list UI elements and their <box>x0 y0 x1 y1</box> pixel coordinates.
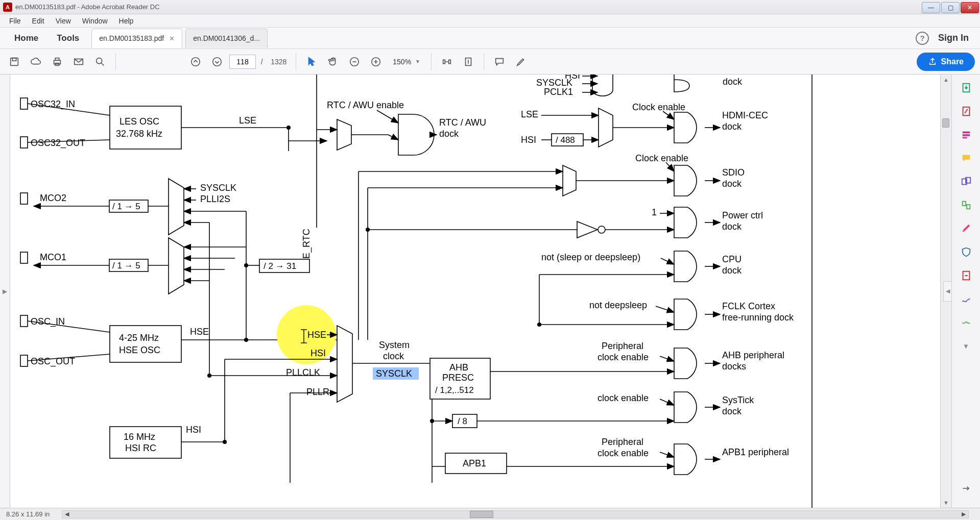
sign-in-button[interactable]: Sign In <box>938 33 969 43</box>
svg-rect-24 <box>20 137 28 148</box>
comment-tool-icon[interactable] <box>959 151 973 165</box>
zoom-in-icon[interactable] <box>367 53 385 71</box>
share-button[interactable]: Share <box>917 53 975 71</box>
collapse-right-panel-icon[interactable]: ◀ <box>943 281 951 302</box>
svg-text:OSC32_OUT: OSC32_OUT <box>31 138 85 148</box>
combine-files-icon[interactable] <box>959 175 973 189</box>
svg-point-108 <box>430 419 434 423</box>
svg-rect-195 <box>966 205 969 209</box>
fit-width-icon[interactable] <box>438 53 456 71</box>
svg-text:HSE: HSE <box>307 330 326 340</box>
scroll-down-icon[interactable]: ▼ <box>941 498 951 508</box>
organize-pages-icon[interactable] <box>959 198 973 212</box>
scroll-up-icon[interactable]: ▲ <box>941 75 951 85</box>
expand-left-panel-icon[interactable]: ▶ <box>3 288 7 295</box>
menu-window[interactable]: Window <box>77 15 113 27</box>
print-icon[interactable] <box>48 53 66 71</box>
close-button[interactable]: ✕ <box>961 2 979 13</box>
svg-text:HSI: HSI <box>310 348 326 358</box>
menu-view[interactable]: View <box>51 15 76 27</box>
scroll-thumb[interactable] <box>942 118 949 128</box>
svg-text:PLLI2S: PLLI2S <box>200 194 230 204</box>
svg-text:/ 1 → 5: / 1 → 5 <box>112 202 140 211</box>
page-number-box: / 1328 <box>229 55 290 69</box>
svg-rect-194 <box>962 202 965 206</box>
svg-text:HSI: HSI <box>186 425 201 435</box>
zoom-select[interactable]: 150% ▼ <box>388 55 425 69</box>
svg-text:PCLK1: PCLK1 <box>544 87 573 97</box>
svg-line-111 <box>660 452 674 457</box>
page-number-input[interactable] <box>229 55 256 69</box>
document-tab-active[interactable]: en.DM00135183.pdf ✕ <box>91 29 182 48</box>
create-pdf-icon[interactable] <box>959 104 973 118</box>
svg-text:LSE: LSE <box>239 115 256 126</box>
svg-line-85 <box>656 306 674 312</box>
svg-text:docks: docks <box>722 361 746 372</box>
save-icon[interactable] <box>5 53 23 71</box>
comment-icon[interactable] <box>490 53 509 71</box>
document-tab-inactive[interactable]: en.DM00141306_d... <box>185 29 268 48</box>
redact-icon[interactable] <box>959 221 973 236</box>
svg-point-6 <box>97 58 102 63</box>
tab-row: Home Tools en.DM00135183.pdf ✕ en.DM0014… <box>0 28 980 49</box>
scroll-left-icon[interactable]: ◀ <box>62 511 71 518</box>
menu-bar: File Edit View Window Help <box>0 14 980 28</box>
menu-file[interactable]: File <box>4 15 26 27</box>
pointer-tool-icon[interactable] <box>302 53 321 71</box>
svg-text:AHB peripheral: AHB peripheral <box>722 350 784 360</box>
svg-text:System: System <box>379 340 410 350</box>
zoom-value: 150% <box>393 58 411 66</box>
svg-line-99 <box>660 399 674 405</box>
compress-icon[interactable] <box>959 268 973 283</box>
svg-text:Peripheral: Peripheral <box>602 437 643 447</box>
scroll-right-icon[interactable]: ▶ <box>959 511 968 518</box>
protect-icon[interactable] <box>959 245 973 259</box>
svg-text:FCLK Cortex: FCLK Cortex <box>722 301 775 311</box>
hscroll-thumb[interactable] <box>470 511 493 518</box>
svg-rect-20 <box>110 106 181 149</box>
caret-down-icon: ▼ <box>415 59 420 64</box>
svg-text:free-running dock: free-running dock <box>722 312 794 323</box>
page-up-icon[interactable] <box>186 53 205 71</box>
svg-text:dock: dock <box>439 129 459 139</box>
help-icon[interactable]: ? <box>916 32 929 45</box>
svg-text:dock: dock <box>723 77 743 87</box>
more-tools-caret-icon[interactable]: ▼ <box>959 339 973 353</box>
horizontal-scrollbar[interactable]: ◀ ▶ <box>62 510 969 518</box>
highlight-icon[interactable] <box>512 53 530 71</box>
svg-line-93 <box>660 356 674 361</box>
svg-text:dock: dock <box>722 121 742 132</box>
svg-text:/ 1 → 5: / 1 → 5 <box>112 261 140 270</box>
cloud-icon[interactable] <box>27 53 45 71</box>
svg-text:dock: dock <box>722 406 742 416</box>
svg-point-159 <box>244 338 248 342</box>
svg-text:MCO2: MCO2 <box>40 193 66 203</box>
svg-text:OSC32_IN: OSC32_IN <box>31 99 75 110</box>
maximize-button[interactable]: ▢ <box>941 2 960 13</box>
tab-close-icon[interactable]: ✕ <box>169 35 175 42</box>
svg-text:/ 488: / 488 <box>556 135 575 145</box>
edit-pdf-icon[interactable] <box>959 128 973 142</box>
document-viewport[interactable]: HSI SYSCLK PCLK1 dock LES OSC 32.768 kHz… <box>10 75 951 508</box>
convert-tool-icon[interactable] <box>959 481 973 496</box>
page-down-icon[interactable] <box>208 53 226 71</box>
svg-text:SYSCLK: SYSCLK <box>536 78 572 88</box>
send-for-signature-icon[interactable] <box>959 315 973 330</box>
tab-home[interactable]: Home <box>5 29 47 47</box>
svg-text:APB1: APB1 <box>463 458 486 468</box>
menu-help[interactable]: Help <box>114 15 139 27</box>
hand-tool-icon[interactable] <box>324 53 342 71</box>
fit-page-icon[interactable] <box>459 53 477 71</box>
svg-text:Clock
enable: Clock enable <box>635 153 688 163</box>
tab-tools[interactable]: Tools <box>47 29 88 47</box>
search-icon[interactable] <box>91 53 109 71</box>
svg-text:clock: clock <box>383 351 404 361</box>
left-panel-collapsed: ▶ <box>0 75 10 508</box>
menu-edit[interactable]: Edit <box>27 15 50 27</box>
export-pdf-icon[interactable] <box>959 81 973 95</box>
svg-text:Clock
enable: Clock enable <box>632 102 685 112</box>
fill-sign-icon[interactable] <box>959 292 973 306</box>
minimize-button[interactable]: — <box>922 2 940 13</box>
mail-icon[interactable] <box>69 53 88 71</box>
zoom-out-icon[interactable] <box>345 53 364 71</box>
